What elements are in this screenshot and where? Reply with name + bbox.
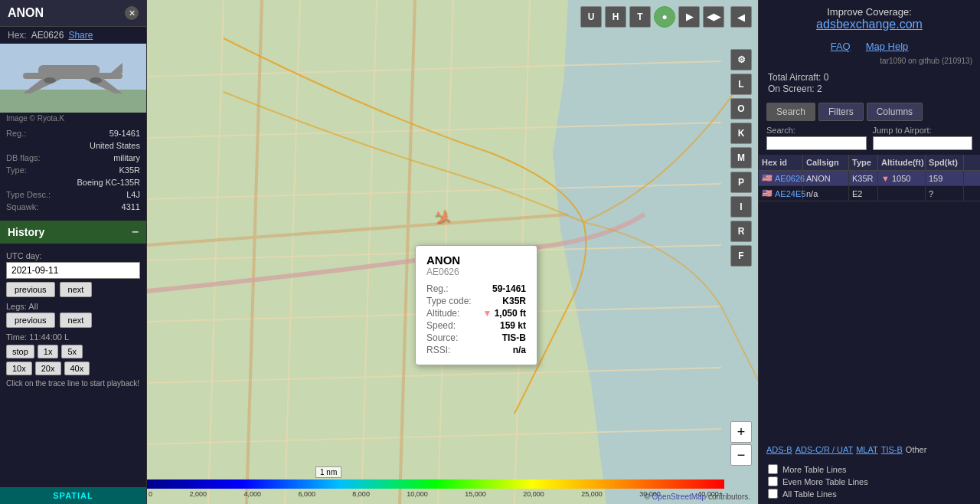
- country-value: United States: [71, 141, 140, 150]
- search-input[interactable]: [766, 136, 867, 150]
- popup-type-value: K35R: [502, 296, 526, 306]
- color-bar-label: 6,000: [298, 490, 315, 498]
- improve-label: Improve Coverage:: [827, 6, 912, 18]
- total-aircraft-stat: Total Aircraft: 0: [768, 72, 971, 83]
- stop-button[interactable]: stop: [6, 345, 34, 358]
- jump-input[interactable]: [873, 136, 973, 150]
- filters-button[interactable]: Filters: [818, 103, 864, 121]
- next-leg-button[interactable]: next: [60, 313, 93, 328]
- map-btn-forward[interactable]: ▶: [678, 6, 700, 28]
- popup-speed-value: 159 kt: [500, 320, 526, 331]
- th-altitude[interactable]: Altitude(ft): [878, 155, 926, 170]
- map-toolbar: U H T ● ▶ ◀▶: [580, 6, 724, 28]
- share-link[interactable]: Share: [68, 30, 93, 41]
- checkbox-label-0[interactable]: More Table Lines: [782, 465, 847, 474]
- map-btn-layer[interactable]: ●: [654, 6, 675, 28]
- source-tag-ads-b[interactable]: ADS-B: [766, 445, 792, 454]
- legs-label: Legs: All: [6, 302, 140, 311]
- map-side-o[interactable]: O: [730, 98, 752, 119]
- td-type-1: E2: [849, 186, 878, 201]
- td-hex-0[interactable]: 🇺🇸 AE0626: [759, 171, 803, 185]
- site-link[interactable]: adsbexchange.com: [768, 18, 971, 31]
- color-bar-label: 8,000: [352, 490, 370, 498]
- map-btn-lr[interactable]: ◀▶: [703, 6, 724, 28]
- columns-button[interactable]: Columns: [867, 103, 923, 121]
- db-flags-label: DB flags:: [6, 153, 71, 162]
- color-bar-label: 15,000: [465, 490, 486, 498]
- source-tag-tis-b[interactable]: TIS-B: [881, 445, 903, 454]
- zoom-in-button[interactable]: +: [730, 421, 752, 443]
- checkbox-label-2[interactable]: All Table Lines: [782, 489, 837, 499]
- speed-10x-button[interactable]: 10x: [6, 362, 32, 375]
- color-bar-label: 2,000: [189, 490, 207, 498]
- spatial-bar[interactable]: SPATIAL: [0, 487, 146, 504]
- total-aircraft-label: Total Aircraft:: [768, 72, 821, 83]
- checkbox-row-1: Even More Table Lines: [768, 476, 971, 486]
- type-desc-value: L4J: [71, 190, 140, 199]
- map-collapse-btn[interactable]: ◀: [730, 6, 752, 28]
- hex-link-1[interactable]: AE24E5: [775, 189, 805, 198]
- map-side-i[interactable]: I: [730, 196, 752, 218]
- source-filter-row: ADS-BADS-C/R / UATMLATTIS-BOther: [759, 440, 980, 459]
- checkbox-label-1[interactable]: Even More Table Lines: [782, 477, 868, 486]
- td-hex-1[interactable]: 🇺🇸 AE24E5: [759, 186, 803, 201]
- checkbox-1[interactable]: [768, 476, 778, 486]
- date-input[interactable]: [6, 262, 140, 279]
- map-container[interactable]: U H T ● ▶ ◀▶ ◀ ⚙ L O K M P I R F ✈ ANON …: [147, 0, 758, 504]
- popup-rssi-value: n/a: [513, 345, 526, 355]
- checkbox-0[interactable]: [768, 464, 778, 474]
- aircraft-title: ANON: [8, 6, 44, 20]
- jump-group: Jump to Airport:: [873, 126, 973, 150]
- svg-point-10: [90, 77, 102, 83]
- source-tag-mlat[interactable]: MLAT: [856, 445, 878, 454]
- popup-title: ANON: [426, 254, 526, 267]
- map-btn-t[interactable]: T: [629, 6, 651, 28]
- zoom-controls: + −: [730, 421, 752, 466]
- speed-40x-button[interactable]: 40x: [64, 362, 90, 375]
- hex-link-0[interactable]: AE0626: [775, 174, 805, 183]
- th-speed[interactable]: Spd(kt): [926, 155, 964, 170]
- next-day-button[interactable]: next: [60, 282, 93, 297]
- zoom-out-button[interactable]: −: [730, 444, 752, 466]
- map-btn-u[interactable]: U: [580, 6, 602, 28]
- previous-leg-button[interactable]: previous: [6, 313, 55, 328]
- right-panel: Improve Coverage: adsbexchange.com FAQ M…: [758, 0, 980, 504]
- osm-link[interactable]: OpenStreetMap: [652, 493, 707, 501]
- map-side-k[interactable]: K: [730, 123, 752, 144]
- th-callsign[interactable]: Callsign: [803, 155, 849, 170]
- checkbox-row-0: More Table Lines: [768, 464, 971, 474]
- popup-reg-value: 59-1461: [492, 283, 526, 294]
- country-row: United States: [0, 139, 146, 152]
- map-btn-h[interactable]: H: [605, 6, 626, 28]
- previous-day-button[interactable]: previous: [6, 282, 55, 297]
- map-side-l[interactable]: L: [730, 74, 752, 95]
- table-row[interactable]: 🇺🇸 AE24E5 n/a E2 ?: [759, 186, 980, 201]
- alt-arrow: ▼: [881, 174, 890, 183]
- map-side-gear[interactable]: ⚙: [730, 49, 752, 70]
- map-side-p[interactable]: P: [730, 172, 752, 193]
- tar-link[interactable]: tar1090 on github (210913): [759, 57, 980, 68]
- popup-speed-label: Speed:: [426, 320, 456, 331]
- td-spd-0: 159: [926, 171, 964, 185]
- close-button[interactable]: ✕: [125, 6, 139, 20]
- table-row[interactable]: 🇺🇸 AE0626 ANON K35R ▼ 1050 159: [759, 171, 980, 186]
- faq-link[interactable]: FAQ: [831, 41, 851, 52]
- th-hex-id[interactable]: Hex id: [759, 155, 803, 170]
- speed-20x-button[interactable]: 20x: [35, 362, 61, 375]
- map-side-r[interactable]: R: [730, 221, 752, 242]
- history-title: History: [8, 226, 44, 238]
- td-alt-0: ▼ 1050: [878, 171, 926, 185]
- source-tag-ads-c-r---uat[interactable]: ADS-C/R / UAT: [795, 445, 854, 454]
- map-help-link[interactable]: Map Help: [866, 41, 909, 52]
- map-side-f[interactable]: F: [730, 245, 752, 267]
- speed-5x-button[interactable]: 5x: [61, 345, 83, 358]
- hex-value: AE0626: [31, 30, 64, 41]
- history-collapse-button[interactable]: −: [132, 225, 139, 239]
- speed-1x-button[interactable]: 1x: [38, 345, 59, 358]
- checkbox-2[interactable]: [768, 489, 778, 499]
- th-type[interactable]: Type: [849, 155, 878, 170]
- search-button[interactable]: Search: [766, 103, 815, 121]
- type-full-label: [6, 178, 71, 187]
- map-side-m[interactable]: M: [730, 147, 752, 169]
- source-tag-other[interactable]: Other: [906, 445, 927, 454]
